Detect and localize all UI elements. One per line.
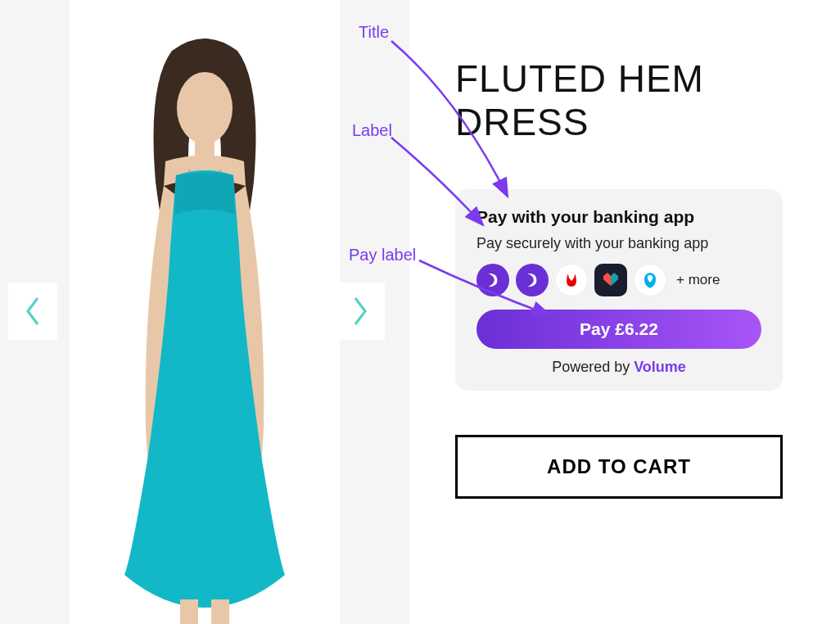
bank-icons-row: + more	[476, 264, 761, 296]
chevron-right-icon	[350, 295, 370, 328]
pay-widget: Pay with your banking app Pay securely w…	[455, 189, 783, 391]
product-gallery	[0, 0, 409, 624]
pay-widget-title: Pay with your banking app	[476, 207, 761, 227]
starling-bank-icon	[516, 264, 549, 296]
starling-bank-icon	[476, 264, 509, 296]
gallery-prev-button[interactable]	[8, 283, 57, 340]
gallery-next-button[interactable]	[336, 283, 385, 340]
add-to-cart-button[interactable]: ADD TO CART	[455, 435, 783, 499]
powered-by-prefix: Powered by	[552, 359, 634, 375]
santander-bank-icon	[555, 264, 588, 296]
powered-by-brand: Volume	[634, 359, 686, 375]
more-banks-text: + more	[676, 272, 720, 288]
pay-widget-label: Pay securely with your banking app	[476, 235, 761, 252]
product-title: FLUTED HEM DRESS	[455, 57, 807, 144]
svg-rect-2	[180, 599, 198, 624]
pay-button[interactable]: Pay £6.22	[476, 310, 761, 349]
barclays-bank-icon	[634, 264, 666, 296]
monzo-bank-icon	[594, 264, 627, 296]
svg-point-0	[177, 72, 233, 144]
svg-rect-3	[211, 599, 229, 624]
powered-by: Powered by Volume	[476, 359, 761, 376]
product-image	[70, 0, 340, 624]
chevron-left-icon	[23, 295, 43, 328]
